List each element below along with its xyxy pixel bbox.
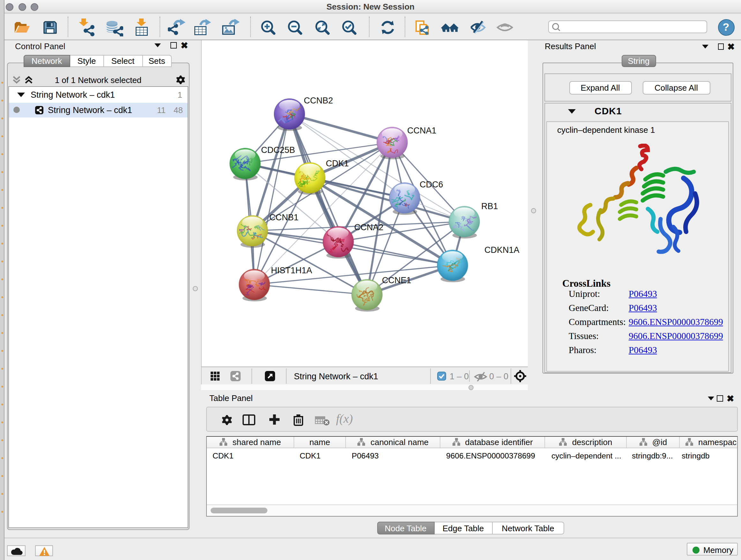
svg-text:CDC25B: CDC25B bbox=[261, 145, 295, 155]
svg-text:HIST1H1A: HIST1H1A bbox=[271, 266, 312, 275]
svg-text:CCNB2: CCNB2 bbox=[304, 96, 333, 105]
svg-text:CDK1: CDK1 bbox=[326, 159, 348, 168]
svg-text:CCNA1: CCNA1 bbox=[407, 126, 436, 135]
svg-text:CCNE1: CCNE1 bbox=[382, 275, 411, 285]
svg-text:CDKN1A: CDKN1A bbox=[484, 245, 519, 255]
svg-text:CDC6: CDC6 bbox=[419, 180, 443, 189]
svg-text:RB1: RB1 bbox=[481, 201, 498, 211]
svg-text:CCNB1: CCNB1 bbox=[269, 212, 298, 222]
svg-text:CCNA2: CCNA2 bbox=[354, 223, 383, 232]
